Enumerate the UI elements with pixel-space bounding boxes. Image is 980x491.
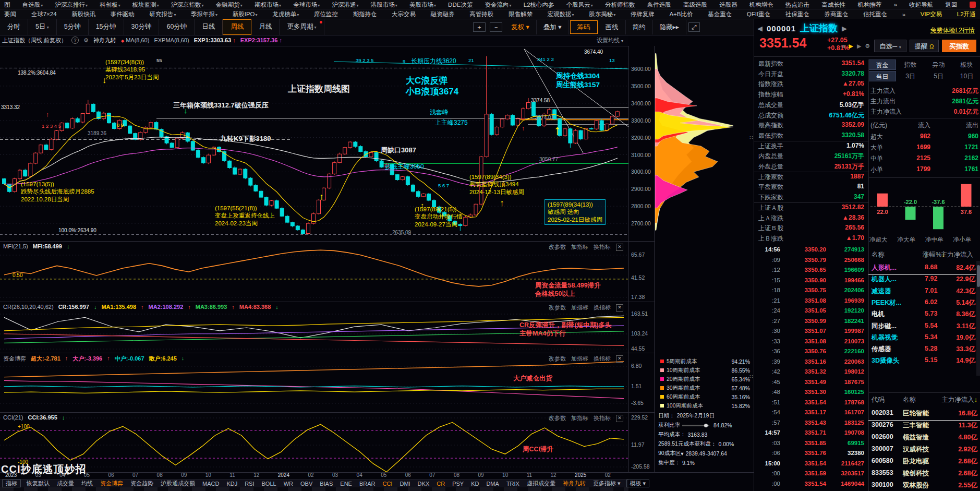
pane-tool-button[interactable]: 加指标 [571, 355, 588, 363]
menu-item[interactable]: 股东揭秘▾ [589, 10, 615, 18]
fundflow-subtab[interactable]: 当日 [868, 71, 896, 81]
menu-item[interactable]: 期指持仓 [353, 10, 377, 18]
period-tab[interactable]: 15分钟 [89, 19, 124, 35]
panel-resize-handle-2[interactable]: ∷ [749, 374, 752, 379]
chart-tool-button[interactable]: 筹码 [570, 20, 598, 34]
hot-sector-row[interactable]: 3D摄像头5.1514.9亿 [868, 356, 980, 367]
stock-row[interactable]: 300276三丰智能11.3亿 [868, 421, 980, 432]
chart-tool-button[interactable]: 叠加 ▾ [537, 20, 569, 34]
period-tab[interactable]: 5分钟 [57, 19, 89, 35]
stock-row[interactable]: 300007汉威科技2.92亿 [868, 445, 980, 456]
play2-icon[interactable]: ▶ [857, 43, 861, 50]
indicator-tab[interactable]: KDJ [223, 481, 241, 487]
indicator-tab[interactable]: DMA [482, 481, 502, 487]
indicator-tab[interactable]: BOLL [258, 481, 280, 487]
period-tab[interactable]: 月线 [251, 19, 280, 35]
chart-tool-button[interactable]: 隐藏▸▸ [653, 20, 687, 34]
fundflow-tab[interactable]: 异动 [925, 59, 952, 70]
tick-row[interactable]: 15:003351.542116427 [754, 460, 868, 470]
stock-row[interactable]: 600580卧龙电驱2.68亿 [868, 457, 980, 468]
pane-tool-button[interactable]: 加指标 [571, 414, 588, 422]
indicator-menu-button[interactable]: 指标 [2, 480, 21, 487]
indicator-tab[interactable]: 神舟九转 [559, 480, 589, 487]
tick-row[interactable]: :003351.593203517 [754, 470, 868, 480]
indicator-pane[interactable]: 0.50MFI(21,5)MFI:58.499↓改参数加指标换指标✕周资金流量5… [0, 241, 628, 302]
scrollbar-thumb[interactable] [977, 265, 980, 287]
indicator-tab[interactable]: 资金趋势 [127, 480, 157, 487]
slider-thumb[interactable] [704, 424, 708, 427]
menu-item[interactable]: 沪深京排行▾ [55, 1, 88, 9]
menu-item[interactable]: 社保重仓 [785, 10, 809, 18]
menu-item[interactable]: » [902, 11, 905, 18]
tick-row[interactable]: :273350.99182241 [754, 318, 868, 328]
help-icon[interactable]: ? [71, 37, 79, 44]
pane-tool-button[interactable]: 改参数 [549, 414, 566, 422]
menu-item[interactable]: A+B比价 [669, 10, 693, 18]
menu-item[interactable]: 热点追击 [785, 1, 809, 9]
hot-sector-row[interactable]: 同步磁...5.543.11亿 [868, 322, 980, 333]
menu-item[interactable]: 限售解禁 [509, 10, 533, 18]
indicator-tab[interactable]: DKX [414, 481, 433, 487]
fundflow-tab[interactable]: 指数 [897, 59, 924, 70]
menu-item[interactable]: 高管持股 [469, 10, 493, 18]
hot-sector-row[interactable]: 电机5.738.36亿 [868, 310, 980, 321]
add-watchlist-button[interactable]: 自选─ ▾ [874, 40, 906, 52]
tick-row[interactable]: :453351.49187675 [754, 379, 868, 389]
tick-row[interactable]: :183350.75202406 [754, 287, 868, 297]
fundflow-tab[interactable]: 板块 [953, 59, 980, 70]
hot-sector-row[interactable]: 传感器5.2833.3亿 [868, 345, 980, 356]
hot-sector-row[interactable]: 机器人...7.9222.9亿 [868, 275, 980, 286]
period-tab[interactable]: 60分钟 [159, 19, 195, 35]
menu-item[interactable]: 季报年报▾ [191, 10, 217, 18]
main-candlestick-chart[interactable]: 138.2%:3604.84(1597(34(8(3)) 墓碑线3418.95 … [0, 46, 628, 241]
chart-tool-button[interactable]: － [490, 22, 502, 32]
menu-item[interactable]: 条件选股 [647, 1, 671, 9]
menu-item[interactable]: 机构增仓 [749, 1, 773, 9]
menu-item[interactable]: 沪深港通▾ [332, 1, 358, 9]
indicator-tab[interactable]: WR [280, 481, 297, 487]
indicator-pane[interactable]: CR(26,10,20,40,62)CR:156.997↓MA1:135.498… [0, 302, 628, 353]
pane-tool-button[interactable]: 换指标 [594, 243, 611, 251]
indicator-tab[interactable]: KD [467, 481, 482, 487]
tick-row[interactable]: :093350.79250668 [754, 257, 868, 267]
indicator-tab[interactable]: MACD [199, 481, 223, 487]
pane-tool-button[interactable]: 改参数 [549, 243, 566, 251]
period-tab[interactable]: 更多周期 ▾ [280, 19, 324, 35]
tick-row[interactable]: :213351.08196939 [754, 297, 868, 307]
stock-row[interactable]: 002031巨轮智能16.8亿 [868, 409, 980, 421]
chart-tool-button[interactable]: ⤢ [688, 22, 700, 32]
chart-tool-button[interactable]: 画线 [599, 20, 626, 34]
template-button[interactable]: 模板 ▾ [626, 480, 650, 487]
indicator-tab[interactable]: TRIX [503, 481, 523, 487]
period-tab[interactable]: 5日 ▾ [28, 19, 57, 35]
menu-item[interactable]: 期权市场▾ [255, 1, 281, 9]
menu-item[interactable]: 高级选股 [683, 1, 707, 9]
hot-sector-row[interactable]: 人形机...8.6882.4亿 [868, 264, 980, 275]
indicator-tab[interactable]: ENE [336, 481, 356, 487]
menu-item[interactable]: 全球7×24 [31, 10, 57, 18]
menu-item[interactable]: 自选股▾ [22, 1, 43, 9]
hot-sector-row[interactable]: 机器视觉5.3419.0亿 [868, 333, 980, 344]
menu-item[interactable]: 个股风云▾ [566, 1, 593, 9]
tick-row[interactable]: :513351.54178768 [754, 399, 868, 409]
hot-sector-row[interactable]: PEEK材...6.025.14亿 [868, 298, 980, 309]
menu-item[interactable]: 返回 [945, 1, 957, 9]
stock-row[interactable]: 833553骏创科技2.68亿 [868, 469, 980, 480]
menu-item[interactable]: 高成长性 [821, 1, 845, 9]
menu-item[interactable]: 龙虎榜单▾ [272, 10, 299, 18]
tick-row[interactable]: :243351.05192120 [754, 307, 868, 317]
menu-item[interactable]: 科创板▾ [100, 1, 120, 9]
pane-tool-button[interactable]: 加指标 [571, 243, 588, 251]
menu-item[interactable]: 资金流向▾ [485, 1, 512, 9]
fundflow-subtab[interactable]: 3日 [897, 71, 924, 81]
tick-row[interactable]: :483351.30160125 [754, 389, 868, 399]
stock-row[interactable]: 300100双林股份2.55亿 [868, 481, 980, 491]
tick-row[interactable]: :123350.65196609 [754, 267, 868, 277]
menu-item[interactable]: 金融期货▾ [216, 1, 243, 9]
menu-item[interactable]: 机构推荐 [857, 1, 881, 9]
tick-row[interactable]: :363350.76222160 [754, 348, 868, 358]
indicator-tab[interactable]: 均线 [78, 480, 96, 487]
menu-item[interactable]: 图 [4, 1, 10, 9]
tick-row[interactable]: :003351.541469044 [754, 481, 868, 490]
period-tab[interactable]: 分时 [0, 19, 28, 35]
